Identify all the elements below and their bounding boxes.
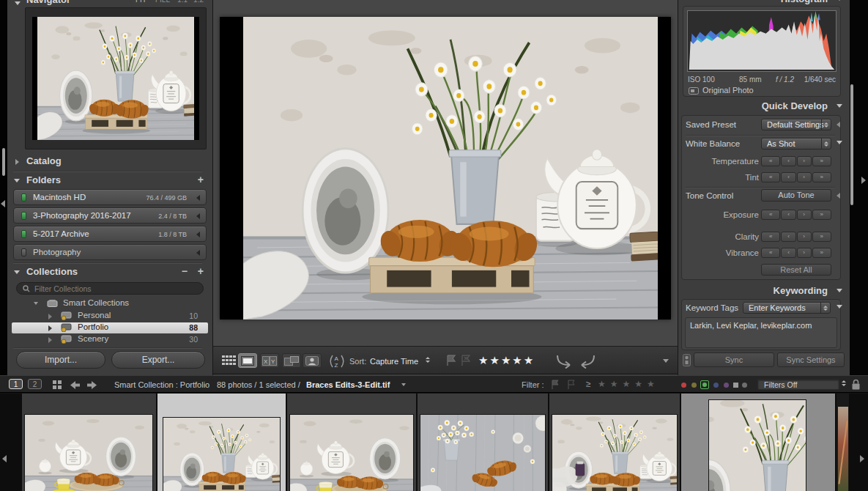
show-right-panel-arrow-icon[interactable] <box>861 177 866 184</box>
thumbnail-cell-partial[interactable] <box>837 394 849 491</box>
sort-value[interactable]: Capture Time <box>370 357 418 366</box>
second-window-button[interactable]: 2 <box>28 379 42 389</box>
tone-control-collapse-icon[interactable] <box>837 193 840 199</box>
navigator-preview[interactable] <box>25 7 207 149</box>
navigator-header[interactable]: Navigator FIT FILL 1:1 1:2 <box>7 0 212 7</box>
clarity-increase-button[interactable]: › <box>797 232 812 242</box>
temperature-decrease-button[interactable]: ‹ <box>781 156 795 166</box>
keyword-entry-mode-dropdown[interactable]: Enter Keywords <box>743 302 831 314</box>
export-button[interactable]: Export... <box>111 351 205 369</box>
collection-row-personal[interactable]: Personal 10 <box>12 311 208 322</box>
color-label-red[interactable] <box>681 383 686 388</box>
rating-operator[interactable]: ≥ <box>586 379 591 389</box>
filters-dropdown-arrows-icon[interactable] <box>842 380 846 386</box>
left-panel-scrollbar[interactable] <box>2 148 5 176</box>
main-photo[interactable] <box>220 17 671 320</box>
import-button[interactable]: Import... <box>16 351 105 369</box>
folders-header[interactable]: Folders + <box>7 174 212 188</box>
color-label-blue[interactable] <box>713 383 719 388</box>
filmstrip-source[interactable]: Smart Collection : Portfolio <box>114 380 209 389</box>
filter-flag-reject-icon[interactable] <box>567 380 576 390</box>
tint-increase-button[interactable]: › <box>797 172 812 182</box>
keywording-disclosure-icon[interactable] <box>837 289 842 292</box>
color-label-yellow[interactable] <box>691 383 697 388</box>
loupe-view-button[interactable] <box>238 353 257 368</box>
folder-row-photography[interactable]: Photography <box>13 244 207 260</box>
filmstrip-scroll-right-icon[interactable] <box>860 455 864 462</box>
vibrance-decrease-button[interactable]: ‹ <box>781 248 795 258</box>
right-panel-scrollbar[interactable] <box>850 84 853 205</box>
grid-view-button[interactable] <box>220 353 239 368</box>
rotate-left-icon[interactable] <box>554 354 574 369</box>
collection-row-portfolio-selected[interactable]: Portfolio 88 <box>12 322 208 333</box>
temperature-decrease-large-button[interactable]: « <box>761 156 780 166</box>
quick-develop-header[interactable]: Quick Develop <box>678 100 850 114</box>
tint-decrease-button[interactable]: ‹ <box>781 172 795 182</box>
sync-button[interactable]: Sync <box>694 352 774 367</box>
tint-decrease-large-button[interactable]: « <box>761 172 780 182</box>
histogram-header[interactable]: Histogram <box>678 0 850 6</box>
vibrance-increase-button[interactable]: › <box>797 248 812 258</box>
folder-collapse-icon[interactable] <box>196 195 200 201</box>
catalog-disclosure-icon[interactable] <box>15 159 19 165</box>
catalog-header[interactable]: Catalog <box>7 155 212 169</box>
survey-view-button[interactable] <box>282 353 301 368</box>
smart-collections-group-row[interactable]: Smart Collections <box>12 298 208 309</box>
exposure-decrease-large-button[interactable]: « <box>761 210 780 220</box>
folder-row-macintosh-hd[interactable]: Macintosh HD 76.4 / 499 GB <box>13 189 207 205</box>
clarity-decrease-button[interactable]: ‹ <box>781 232 795 242</box>
filter-lock-icon[interactable] <box>851 379 861 390</box>
filmstrip-filename[interactable]: Braces Edits-3-Edit.tif <box>306 380 390 389</box>
add-collection-button[interactable]: + <box>198 265 204 277</box>
clarity-increase-large-button[interactable]: » <box>812 232 831 242</box>
sync-settings-button[interactable]: Sync Settings <box>777 352 845 367</box>
sync-toggle-icon[interactable] <box>683 354 691 366</box>
group-disclosure-icon[interactable] <box>34 302 38 305</box>
collections-disclosure-icon[interactable] <box>14 270 20 274</box>
tint-increase-large-button[interactable]: » <box>812 172 831 182</box>
row-disclosure-icon[interactable] <box>48 337 52 343</box>
navigator-zoom-ratio[interactable]: 1:2 <box>193 0 204 4</box>
navigator-disclosure-icon[interactable] <box>15 0 21 7</box>
filmstrip-source-menu-icon[interactable] <box>401 383 406 386</box>
color-label-white[interactable] <box>733 383 738 388</box>
exposure-increase-large-button[interactable]: » <box>812 210 831 220</box>
exposure-decrease-button[interactable]: ‹ <box>781 210 795 220</box>
sort-order-toggle-icon[interactable] <box>426 357 430 363</box>
row-disclosure-icon[interactable] <box>48 325 52 331</box>
thumbnail-cell-6[interactable] <box>681 394 835 491</box>
collection-row-scenery[interactable]: Scenery 30 <box>12 334 208 345</box>
white-balance-dropdown[interactable]: As Shot <box>761 138 831 149</box>
folders-disclosure-icon[interactable] <box>14 179 20 182</box>
rating-stars[interactable]: ★★★★★ <box>478 354 535 367</box>
toolbar-options-icon[interactable] <box>663 359 669 363</box>
white-balance-expand-icon[interactable] <box>837 141 842 144</box>
flag-reject-icon[interactable] <box>461 355 471 366</box>
hide-left-panel-arrow-icon[interactable] <box>1 200 5 207</box>
filter-collections-input[interactable]: Filter Collections <box>16 282 204 295</box>
color-label-none[interactable] <box>742 383 747 388</box>
filter-flag-pick-icon[interactable] <box>551 380 560 390</box>
quick-develop-disclosure-icon[interactable] <box>837 104 842 108</box>
color-label-purple[interactable] <box>724 383 729 388</box>
exposure-increase-button[interactable]: › <box>797 210 812 220</box>
keywording-expand-icon[interactable] <box>837 305 842 309</box>
saved-preset-dropdown[interactable]: Default Settings <box>761 119 831 130</box>
flag-pick-icon[interactable] <box>446 355 456 366</box>
folder-collapse-icon[interactable] <box>196 250 200 256</box>
histogram-chart[interactable] <box>687 10 837 72</box>
compare-view-button[interactable]: XY <box>260 353 279 368</box>
thumbnail-cell-2-selected[interactable] <box>157 394 286 491</box>
reset-all-button[interactable]: Reset All <box>761 264 831 276</box>
saved-preset-collapse-icon[interactable] <box>837 122 840 128</box>
filter-rating-stars[interactable]: ★★★★★ <box>598 379 659 389</box>
folder-row-2017-archive[interactable]: 5-2017 Archive 1.8 / 8 TB <box>13 226 207 242</box>
vibrance-increase-large-button[interactable]: » <box>812 248 831 258</box>
navigator-zoom-1-1[interactable]: 1:1 <box>177 0 188 4</box>
vibrance-decrease-large-button[interactable]: « <box>761 248 780 258</box>
grid-back-icon[interactable] <box>53 380 62 390</box>
filmstrip-status[interactable]: 88 photos / 1 selected / <box>217 380 300 389</box>
main-window-button[interactable]: 1 <box>9 379 23 389</box>
folder-collapse-icon[interactable] <box>196 232 200 237</box>
thumbnail-cell-3[interactable] <box>287 394 416 491</box>
